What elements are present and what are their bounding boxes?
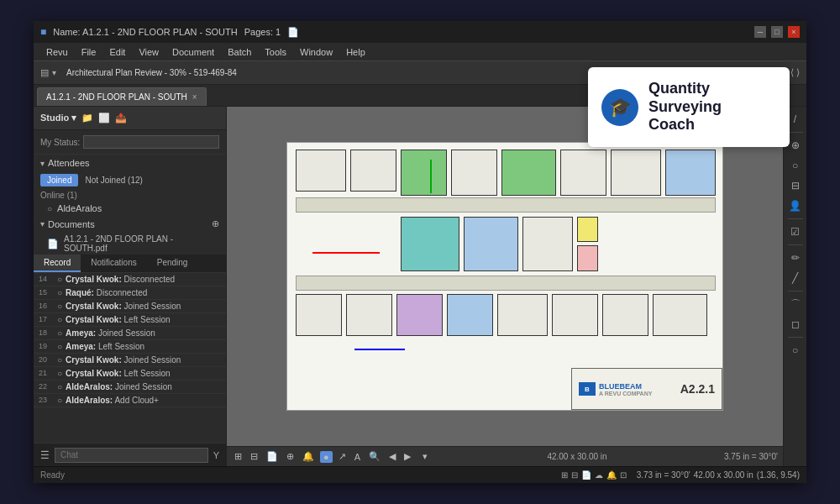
status-ready: Ready xyxy=(40,470,65,480)
rtool-zoom-out[interactable]: ○ xyxy=(786,156,805,175)
menu-file[interactable]: File xyxy=(76,45,102,59)
rtool-fit[interactable]: ⊟ xyxy=(786,176,805,195)
docs-add-icon[interactable]: ⊕ xyxy=(212,218,219,229)
record-text-17: Crystal Kwok: Left Session xyxy=(66,315,171,324)
room-4 xyxy=(560,150,606,196)
record-text-21: Crystal Kwok: Left Session xyxy=(66,369,171,378)
rtool-arc[interactable]: ⌒ xyxy=(786,295,805,313)
record-icon-14: ○ xyxy=(57,275,62,284)
record-icon-21: ○ xyxy=(57,369,62,378)
rtool-sep5 xyxy=(788,337,803,338)
pan-next[interactable]: ▶ xyxy=(402,451,413,462)
rtool-user[interactable]: 👤 xyxy=(786,197,805,215)
my-status-input[interactable] xyxy=(83,135,219,149)
zoom-btn[interactable]: 🔍 xyxy=(366,451,383,462)
status-export-icon: ⊡ xyxy=(620,470,627,480)
rtool-sep3 xyxy=(788,244,803,245)
plan-review-label: Architectural Plan Review - 30% - 519-46… xyxy=(66,68,237,77)
markup-btn[interactable]: 🔔 xyxy=(300,451,317,462)
studio-label[interactable]: Studio ▾ xyxy=(40,113,76,123)
pan-prev[interactable]: ◀ xyxy=(386,451,398,462)
rtool-checkbox[interactable]: ☑ xyxy=(786,223,805,241)
notifications-tab[interactable]: Notifications xyxy=(81,255,146,272)
grid-btn[interactable]: ⊞ xyxy=(232,451,244,462)
record-tab[interactable]: Record xyxy=(34,255,81,272)
close-button[interactable]: × xyxy=(788,26,800,38)
record-icon-20: ○ xyxy=(57,355,62,365)
doc-angle: 3.75 in = 30°0' xyxy=(724,452,778,461)
doc-canvas[interactable]: B BLUEBEAM A REVU COMPANY A2.2.1 xyxy=(227,107,783,446)
menu-edit[interactable]: Edit xyxy=(103,45,131,59)
bluebeam-label: BLUEBEAM xyxy=(599,382,652,391)
main-content: Studio ▾ 📁 ⬜ 📤 My Status: ▾ Attendees Jo… xyxy=(34,107,806,466)
record-icon-17: ○ xyxy=(57,315,62,324)
layer-btn[interactable]: ⊕ xyxy=(284,451,297,462)
record-icon-16: ○ xyxy=(57,302,62,311)
qs-title-line2: Coach xyxy=(648,116,695,133)
room-6 xyxy=(522,217,573,271)
record-item-14: 14 ○ Crystal Kwok: Disconnected xyxy=(34,273,226,286)
app-icon: ■ xyxy=(40,26,46,38)
menu-document[interactable]: Document xyxy=(166,45,220,59)
bb-icon: B xyxy=(579,382,596,396)
document-filename: A1.2.1 - 2ND FLOOR PLAN - SOUTH.pdf xyxy=(64,234,213,253)
menu-view[interactable]: View xyxy=(133,45,165,59)
room-green-1 xyxy=(401,150,447,196)
chat-icon: ☰ xyxy=(40,449,50,461)
collapse-icon: ▾ xyxy=(40,159,45,168)
online-label: Online (1) xyxy=(34,189,226,202)
joined-button[interactable]: Joined xyxy=(40,174,78,186)
minimize-button[interactable]: ─ xyxy=(754,26,766,38)
toolbar-nav[interactable]: ⟨ ⟩ xyxy=(790,67,800,78)
zoom-dropdown[interactable]: ▾ xyxy=(420,451,430,462)
status-grid-icon: ⊞ xyxy=(561,470,568,480)
markup-red xyxy=(312,252,380,254)
qs-icon: 🎓 xyxy=(601,89,638,126)
record-item-20: 20 ○ Crystal Kwok: Joined Session xyxy=(34,354,226,367)
chat-send-icon[interactable]: Y xyxy=(213,450,219,460)
menu-revu[interactable]: Revu xyxy=(40,45,74,59)
title-bar-controls: ─ □ × xyxy=(754,26,800,38)
title-block: B BLUEBEAM A REVU COMPANY A2.2.1 xyxy=(571,368,722,410)
tab-close-button[interactable]: × xyxy=(192,92,197,102)
qs-title: Quantity Surveying Coach xyxy=(648,80,776,134)
chat-input[interactable] xyxy=(55,448,208,463)
menu-window[interactable]: Window xyxy=(294,45,339,59)
rtool-line[interactable]: ╱ xyxy=(786,269,805,287)
room-yellow xyxy=(577,217,598,242)
doc-dimensions: 42.00 x 30.00 in xyxy=(547,452,606,461)
room-1 xyxy=(296,150,346,192)
right-toolbar: / ⊕ ○ ⊟ 👤 ☑ ✏ ╱ ⌒ ◻ ○ xyxy=(783,107,806,466)
not-joined-button[interactable]: Not Joined (12) xyxy=(85,176,142,185)
tab-floorplan[interactable]: A1.2.1 - 2ND FLOOR PLAN - SOUTH × xyxy=(37,87,207,106)
record-tabs: Record Notifications Pending xyxy=(34,255,226,273)
menu-batch[interactable]: Batch xyxy=(222,45,257,59)
status-page-icon: 📄 xyxy=(581,470,591,480)
doc-viewer: B BLUEBEAM A REVU COMPANY A2.2.1 ⊞ ⊟ 📄 xyxy=(227,107,783,466)
select-btn[interactable]: ● xyxy=(320,451,333,463)
docs-label-row: ▾ Documents xyxy=(40,219,95,229)
record-item-17: 17 ○ Crystal Kwok: Left Session xyxy=(34,313,226,327)
markup-green xyxy=(430,160,432,193)
room-b5 xyxy=(602,294,648,336)
rtool-shape[interactable]: ◻ xyxy=(786,315,805,333)
record-text-22: AldeAralos: Joined Session xyxy=(66,382,172,391)
rtool-more[interactable]: ○ xyxy=(786,341,805,360)
menu-help[interactable]: Help xyxy=(340,45,371,59)
sidebar-chat-bar: ☰ Y xyxy=(34,443,226,466)
studio-icon1: 📁 xyxy=(81,113,93,123)
rtool-draw[interactable]: ✏ xyxy=(786,249,805,267)
menu-tools[interactable]: Tools xyxy=(259,45,292,59)
maximize-button[interactable]: □ xyxy=(771,26,783,38)
pending-tab[interactable]: Pending xyxy=(147,255,198,272)
record-icon-19: ○ xyxy=(57,342,62,351)
arrow-btn[interactable]: ↗ xyxy=(336,451,349,462)
pages-btn[interactable]: 📄 xyxy=(264,451,281,462)
documents-label: Documents xyxy=(48,219,95,229)
snap-btn[interactable]: ⊟ xyxy=(248,451,260,462)
room-teal-1 xyxy=(401,217,459,271)
status-angle: 3.73 in = 30°0' xyxy=(637,470,690,480)
documents-header[interactable]: ▾ Documents ⊕ xyxy=(34,215,226,233)
attendees-header[interactable]: ▾ Attendees xyxy=(34,155,226,171)
text-btn[interactable]: A xyxy=(352,452,363,462)
